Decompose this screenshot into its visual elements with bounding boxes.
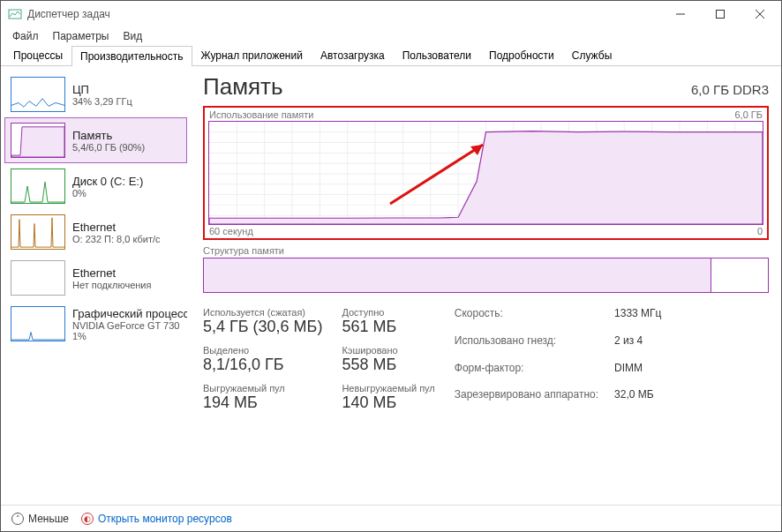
memory-structure-used	[204, 259, 711, 292]
stat-label: Используется (сжатая)	[203, 307, 322, 318]
sidebar-item-memory[interactable]: Память 5,4/6,0 ГБ (90%)	[4, 117, 187, 163]
ethernet-thumb-2	[11, 260, 65, 296]
content: ЦП 34% 3,29 ГГц Память 5,4/6,0 ГБ (90%) …	[1, 66, 781, 505]
sidebar-item-cpu[interactable]: ЦП 34% 3,29 ГГц	[4, 71, 187, 117]
fewer-details-button[interactable]: ˄ Меньше	[11, 513, 69, 525]
menubar: Файл Параметры Вид	[1, 27, 781, 45]
resource-monitor-icon: ◐	[81, 513, 94, 525]
stats-right: Скорость:1333 МГцИспользовано гнезд:2 из…	[455, 307, 662, 412]
tab-users[interactable]: Пользователи	[394, 45, 480, 65]
tab-processes[interactable]: Процессы	[4, 45, 71, 65]
app-icon	[8, 7, 22, 21]
stat-value: 140 МБ	[342, 393, 434, 412]
tab-services[interactable]: Службы	[563, 45, 620, 65]
titlebar: Диспетчер задач	[1, 1, 781, 27]
stats: Используется (сжатая)5,4 ГБ (30,6 МБ)Дос…	[203, 307, 769, 412]
stat-value: 558 МБ	[342, 356, 434, 374]
window-controls	[660, 2, 779, 26]
header: Память 6,0 ГБ DDR3	[203, 73, 769, 101]
stat-block: Выгружаемый пул194 МБ	[203, 383, 322, 412]
gpu-thumb	[11, 306, 65, 341]
stat-block: Используется (сжатая)5,4 ГБ (30,6 МБ)	[203, 307, 322, 336]
chart-xright: 0	[757, 226, 763, 236]
stat-label: Кэшировано	[342, 345, 434, 356]
stat-value: 32,0 МБ	[614, 388, 661, 412]
sidebar-item-label: Диск 0 (C: E:) 0%	[72, 169, 143, 204]
menu-view[interactable]: Вид	[117, 28, 148, 44]
stat-value: DIMM	[614, 362, 661, 386]
sidebar-item-disk[interactable]: Диск 0 (C: E:) 0%	[4, 163, 187, 209]
tabs: Процессы Производительность Журнал прило…	[1, 45, 781, 66]
chevron-up-icon: ˄	[11, 513, 24, 525]
tab-details[interactable]: Подробности	[480, 45, 563, 65]
stat-value: 8,1/16,0 ГБ	[203, 356, 322, 374]
tab-startup[interactable]: Автозагрузка	[312, 45, 394, 65]
stat-block: Выделено8,1/16,0 ГБ	[203, 345, 322, 374]
stat-block: Доступно561 МБ	[342, 307, 434, 336]
sidebar: ЦП 34% 3,29 ГГц Память 5,4/6,0 ГБ (90%) …	[1, 66, 191, 505]
disk-thumb	[11, 169, 65, 204]
stats-left: Используется (сжатая)5,4 ГБ (30,6 МБ)Дос…	[203, 307, 435, 412]
stat-value: 5,4 ГБ (30,6 МБ)	[203, 318, 322, 336]
stat-label: Скорость:	[455, 307, 598, 331]
stat-label: Выделено	[203, 345, 322, 356]
sidebar-item-ethernet-1[interactable]: Ethernet О: 232 П: 8,0 кбит/с	[4, 209, 187, 255]
stat-value: 194 МБ	[203, 393, 322, 412]
stat-label: Доступно	[342, 307, 434, 318]
svg-rect-0	[9, 10, 21, 19]
close-button[interactable]	[740, 2, 779, 26]
tab-performance[interactable]: Производительность	[71, 46, 192, 66]
sidebar-item-label: ЦП 34% 3,29 ГГц	[72, 77, 132, 112]
menu-options[interactable]: Параметры	[47, 28, 116, 44]
memory-structure[interactable]	[203, 258, 769, 293]
stat-value: 1333 МГц	[614, 307, 661, 331]
window-title: Диспетчер задач	[27, 8, 660, 20]
footer: ˄ Меньше ◐ Открыть монитор ресурсов	[1, 505, 781, 531]
sidebar-item-ethernet-2[interactable]: Ethernet Нет подключения	[4, 255, 187, 301]
stat-label: Форм-фактор:	[455, 362, 598, 386]
chart-ymax: 6,0 ГБ	[734, 109, 763, 120]
svg-rect-2	[716, 11, 724, 19]
stat-block: Невыгружаемый пул140 МБ	[342, 383, 434, 412]
sidebar-item-label: Ethernet Нет подключения	[72, 260, 151, 296]
open-resource-monitor-link[interactable]: ◐ Открыть монитор ресурсов	[81, 513, 232, 525]
main-panel: Память 6,0 ГБ DDR3 Использование памяти …	[191, 66, 781, 505]
menu-file[interactable]: Файл	[6, 28, 45, 44]
cpu-thumb	[11, 77, 65, 112]
sidebar-item-label: Ethernet О: 232 П: 8,0 кбит/с	[72, 214, 161, 250]
sidebar-item-gpu[interactable]: Графический процессор NVIDIA GeForce GT …	[4, 301, 187, 347]
usage-chart-highlight: Использование памяти 6,0 ГБ 60 секунд	[203, 106, 769, 240]
memory-thumb	[11, 123, 65, 158]
memory-total: 6,0 ГБ DDR3	[691, 82, 769, 97]
stat-label: Использовано гнезд:	[455, 334, 598, 358]
maximize-button[interactable]	[700, 2, 740, 26]
usage-chart[interactable]	[208, 121, 763, 225]
stat-label: Выгружаемый пул	[203, 383, 322, 393]
stat-label: Зарезервировано аппаратно:	[455, 388, 598, 412]
sidebar-item-label: Графический процессор NVIDIA GeForce GT …	[72, 306, 187, 341]
stat-value: 561 МБ	[342, 318, 434, 336]
svg-marker-5	[11, 127, 64, 157]
chart-title: Использование памяти	[209, 109, 313, 120]
ethernet-thumb	[11, 214, 65, 250]
chart-xleft: 60 секунд	[209, 226, 253, 236]
stat-block: Кэшировано558 МБ	[342, 345, 434, 374]
page-title: Память	[203, 73, 283, 101]
sidebar-item-label: Память 5,4/6,0 ГБ (90%)	[72, 123, 145, 158]
memory-usage-area	[209, 122, 763, 224]
tab-app-history[interactable]: Журнал приложений	[192, 45, 312, 65]
structure-label: Структура памяти	[203, 245, 769, 256]
minimize-button[interactable]	[660, 2, 700, 26]
stat-label: Невыгружаемый пул	[342, 383, 434, 393]
stat-value: 2 из 4	[614, 334, 661, 358]
